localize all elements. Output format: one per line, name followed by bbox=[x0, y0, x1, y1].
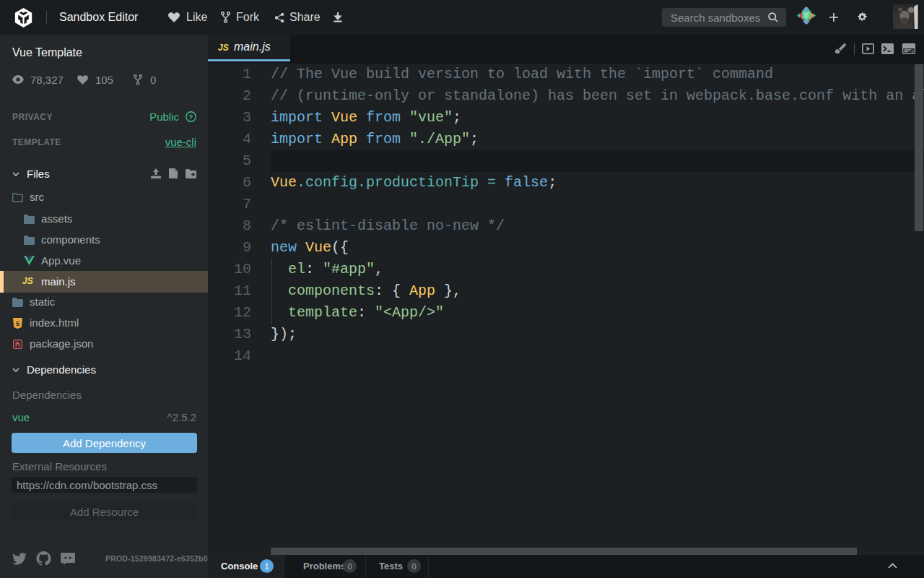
svg-text:?: ? bbox=[189, 113, 193, 121]
svg-text:5: 5 bbox=[16, 320, 19, 327]
